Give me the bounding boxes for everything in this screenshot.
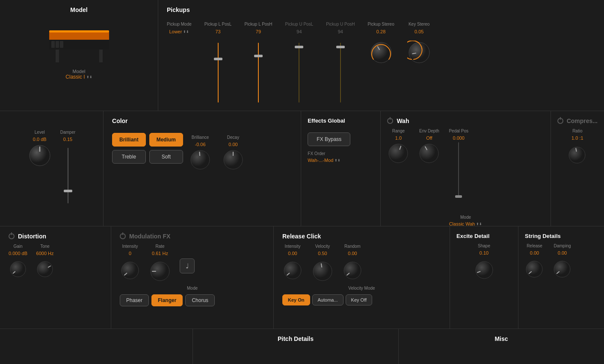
wah-range-knob[interactable] — [387, 142, 409, 164]
model-arrows: ⬆⬇ — [86, 75, 92, 79]
excite-detail-title: Excite Detail — [456, 233, 512, 239]
effects-global-title: Effects Global — [308, 117, 374, 124]
modulation-controls: Intensity 0 Rat — [120, 244, 265, 282]
release-click-controls: Intensity 0.00 — [282, 244, 441, 282]
pedal-pos-slider[interactable] — [458, 142, 459, 211]
svg-point-22 — [344, 262, 361, 279]
pickup-l-posl-label: Pickup L PosL — [204, 22, 232, 27]
modulation-title: Modulation FX — [129, 233, 170, 240]
pickup-u-posl-value: 94 — [296, 29, 302, 34]
gain-value: 0.000 dB — [9, 251, 27, 256]
env-depth-knob[interactable] — [418, 142, 440, 164]
compressor-power-icon[interactable] — [557, 118, 563, 124]
color-panel: Color Brilliant Medium Treble Soft Brill… — [104, 111, 301, 226]
level-control: Level 0.0 dB — [28, 130, 52, 167]
brilliant-button[interactable]: Brilliant — [112, 133, 146, 147]
automa-button[interactable]: Automa... — [312, 294, 343, 305]
level-knob[interactable] — [28, 144, 52, 167]
key-stereo-knob[interactable] — [407, 41, 431, 65]
key-on-button[interactable]: Key On — [282, 294, 310, 305]
wah-mode-label: Mode — [387, 215, 544, 220]
wah-range-value: 1.0 — [395, 135, 402, 141]
model-value: Classic I — [65, 74, 85, 80]
pickup-l-posl-slider[interactable] — [212, 36, 225, 109]
rc-intensity-control: Intensity 0.00 — [282, 244, 303, 281]
mod-rate-knob[interactable] — [149, 260, 171, 282]
pickup-l-posh-value: 79 — [256, 29, 261, 34]
model-label: Model — [73, 69, 86, 74]
velocity-mode-label: Velocity Mode — [282, 286, 441, 291]
flanger-button[interactable]: Flanger — [151, 294, 183, 306]
modulation-power-icon[interactable] — [120, 233, 126, 239]
release-knob[interactable] — [525, 260, 544, 279]
svg-rect-7 — [99, 50, 103, 62]
decay-knob[interactable] — [222, 149, 244, 171]
tone-value: 6000 Hz — [36, 251, 54, 256]
model-panel: Model Model Classic — [0, 0, 158, 111]
pickup-mode-dropdown[interactable]: Lower ⬆⬇ — [169, 29, 189, 34]
svg-rect-6 — [56, 50, 59, 62]
modulation-header: Modulation FX — [120, 233, 265, 240]
ratio-knob[interactable] — [568, 146, 587, 165]
svg-point-23 — [476, 261, 493, 279]
medium-button[interactable]: Medium — [149, 133, 183, 147]
distortion-power-icon[interactable] — [9, 233, 15, 239]
pickup-mode-label: Pickup Mode — [167, 22, 192, 27]
note-sync-button[interactable]: ♩ — [180, 258, 195, 273]
damper-slider[interactable] — [62, 144, 74, 208]
left-spacer — [0, 329, 193, 364]
damping-knob[interactable] — [553, 260, 572, 279]
pickups-panel: Pickups Pickup Mode Lower ⬆⬇ Pickup L Po… — [158, 0, 604, 111]
pitch-details-title: Pitch Details — [199, 335, 392, 342]
pickup-stereo-knob[interactable] — [369, 41, 393, 65]
mod-intensity-knob[interactable] — [120, 260, 140, 281]
pickup-l-posh-slider[interactable] — [252, 36, 265, 109]
chorus-button[interactable]: Chorus — [185, 294, 215, 306]
color-section-title: Color — [112, 117, 292, 124]
velocity-mode-container: Velocity Mode Key On Automa... Key Off — [282, 286, 441, 305]
svg-point-20 — [284, 262, 301, 279]
color-inner: Brilliant Medium Treble Soft Brilliance … — [112, 129, 292, 171]
fx-bypass-button[interactable]: FX Bypass — [308, 132, 350, 146]
compressor-title: Compres... — [567, 117, 598, 124]
phaser-button[interactable]: Phaser — [120, 294, 149, 306]
pickup-l-posl-value: 73 — [215, 29, 220, 34]
misc-panel: Misc — [399, 329, 604, 364]
color-buttons: Brilliant Medium Treble Soft — [112, 133, 181, 164]
pickup-u-posh-value: 94 — [338, 29, 343, 34]
distortion-panel: Distortion Gain 0.000 dB — [0, 226, 111, 329]
rc-intensity-knob[interactable] — [282, 260, 303, 281]
soft-button[interactable]: Soft — [149, 150, 183, 164]
model-dropdown[interactable]: Classic I ⬆⬇ — [65, 74, 92, 80]
wah-range-label: Range — [392, 129, 405, 134]
ratio-control: Ratio 1.0 :1 — [557, 129, 598, 165]
tone-knob[interactable] — [36, 260, 54, 278]
pickup-u-posl-slider[interactable] — [293, 36, 305, 109]
wah-mode-dropdown[interactable]: Classic Wah ⬆⬇ — [387, 221, 544, 226]
wah-header: Wah — [387, 117, 544, 124]
pickup-u-posh-slider[interactable] — [334, 36, 347, 109]
ratio-value: 1.0 :1 — [571, 135, 583, 141]
wah-power-icon[interactable] — [387, 118, 393, 124]
gain-knob[interactable] — [9, 260, 27, 278]
fx-order-dropdown[interactable]: Wah-...-Mod ⬆⬇ — [308, 158, 374, 163]
rc-random-label: Random — [344, 244, 361, 249]
rc-random-knob[interactable] — [342, 260, 363, 281]
treble-button[interactable]: Treble — [112, 150, 146, 164]
wah-panel: Wah Range 1.0 — [381, 111, 551, 226]
shape-knob[interactable] — [474, 260, 494, 280]
color-knobs: Brilliance -0.06 — [189, 135, 244, 171]
key-off-button[interactable]: Key Off — [346, 294, 372, 305]
key-stereo-value: 0.05 — [415, 29, 423, 34]
svg-point-8 — [371, 42, 391, 63]
ratio-label: Ratio — [572, 129, 582, 134]
mod-mode-container: Mode Phaser Flanger Chorus — [120, 286, 265, 306]
rc-velocity-knob[interactable] — [311, 260, 334, 282]
brilliance-knob[interactable] — [189, 149, 211, 171]
pickup-u-posl-label: Pickup U PosL — [285, 22, 314, 27]
pickup-stereo-control: Pickup Stereo 0.28 — [367, 22, 394, 66]
mod-intensity-value: 0 — [129, 251, 131, 256]
level-value: 0.0 dB — [33, 137, 47, 142]
svg-point-17 — [37, 261, 53, 277]
gain-label: Gain — [13, 244, 22, 249]
